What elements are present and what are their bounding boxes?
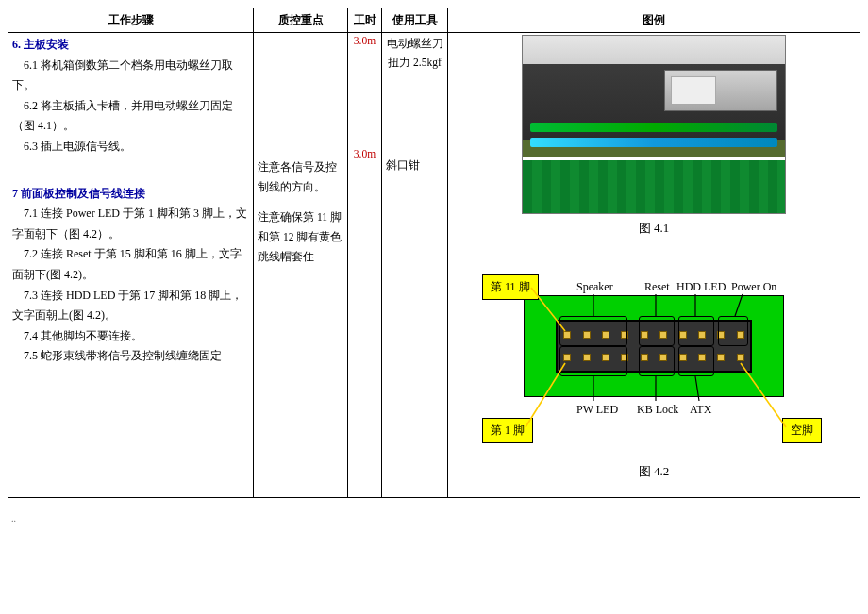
col-steps: 工作步骤 bbox=[8, 8, 254, 33]
step7-tool1: 斜口钳 bbox=[386, 157, 443, 175]
step7-title: 7 前面板控制及信号线连接 bbox=[12, 184, 249, 205]
step7-p3: 7.3 连接 HDD LED 于第 17 脚和第 18 脚上，文字面朝上(图 4… bbox=[12, 286, 249, 326]
step7-qc2: 注意确保第 11 脚和第 12 脚有黄色跳线帽套住 bbox=[258, 207, 343, 266]
step7-p5: 7.5 蛇形束线带将信号及控制线缠绕固定 bbox=[12, 346, 249, 367]
figures-cell: 图 4.1 bbox=[448, 33, 860, 498]
callout-pin1: 第 1 脚 bbox=[482, 418, 533, 443]
label-atx: ATX bbox=[690, 403, 711, 417]
step6-title: 6. 主板安装 bbox=[12, 35, 249, 56]
col-tools: 使用工具 bbox=[382, 8, 448, 33]
step6-p3: 6.3 插上电源信号线。 bbox=[12, 137, 249, 158]
caption-4-1: 图 4.1 bbox=[452, 220, 856, 237]
label-pwled: PW LED bbox=[576, 403, 618, 417]
step6-p1: 6.1 将机箱倒数第二个档条用电动螺丝刀取下。 bbox=[12, 56, 249, 96]
step7-p2: 7.2 连接 Reset 于第 15 脚和第 16 脚上，文字面朝下(图 4.2… bbox=[12, 244, 249, 285]
col-hours: 工时 bbox=[348, 8, 382, 33]
step6-hours: 3.0m bbox=[352, 35, 377, 46]
label-speaker: Speaker bbox=[576, 280, 613, 294]
table-row: 6. 主板安装 6.1 将机箱倒数第二个档条用电动螺丝刀取下。 6.2 将主板插… bbox=[8, 33, 860, 498]
step7-p1: 7.1 连接 Power LED 于第 1 脚和第 3 脚上，文字面朝下（图 4… bbox=[12, 204, 249, 244]
qc-cell: 注意各信号及控制线的方向。 注意确保第 11 脚和第 12 脚有黄色跳线帽套住 bbox=[254, 33, 348, 498]
callout-empty: 空脚 bbox=[782, 418, 822, 443]
label-reset: Reset bbox=[644, 280, 670, 294]
figure-diagram-4-2: Speaker Reset HDD LED Power On PW LED KB… bbox=[475, 252, 833, 459]
step6-tool2: 扭力 2.5kgf bbox=[386, 54, 443, 73]
label-hdd: HDD LED bbox=[676, 280, 726, 294]
label-poweron: Power On bbox=[731, 280, 776, 294]
step6-tool1: 电动螺丝刀 bbox=[386, 35, 443, 54]
hours-cell: 3.0m 3.0m bbox=[348, 33, 382, 498]
steps-cell: 6. 主板安装 6.1 将机箱倒数第二个档条用电动螺丝刀取下。 6.2 将主板插… bbox=[8, 33, 254, 498]
step6-p2: 6.2 将主板插入卡槽，并用电动螺丝刀固定（图 4.1）。 bbox=[12, 96, 249, 137]
col-qc: 质控重点 bbox=[254, 8, 348, 33]
caption-4-2: 图 4.2 bbox=[452, 463, 856, 480]
step7-p4: 7.4 其他脚均不要连接。 bbox=[12, 326, 249, 347]
step7-hours: 3.0m bbox=[352, 148, 377, 159]
figure-photo-4-1 bbox=[522, 35, 786, 214]
footer-dots: .. bbox=[8, 513, 860, 523]
callout-pin11: 第 11 脚 bbox=[482, 274, 539, 300]
work-instruction-table: 工作步骤 质控重点 工时 使用工具 图例 6. 主板安装 6.1 将机箱倒数第二… bbox=[8, 8, 860, 498]
step7-qc1: 注意各信号及控制线的方向。 bbox=[258, 158, 343, 196]
tools-cell: 电动螺丝刀 扭力 2.5kgf 斜口钳 bbox=[382, 33, 448, 498]
col-figs: 图例 bbox=[448, 8, 860, 33]
label-kblock: KB Lock bbox=[637, 403, 678, 417]
